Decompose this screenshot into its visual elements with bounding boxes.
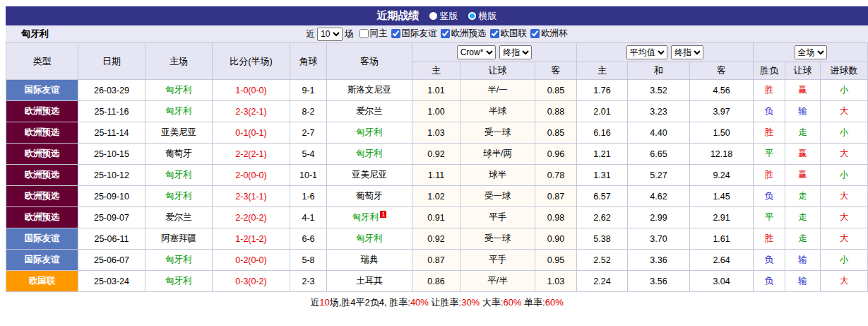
average-odds-select[interactable]: 平均值 [626, 45, 667, 59]
result-goals: 大 [821, 271, 868, 292]
corner-score: 6-6 [290, 228, 327, 250]
result-wdl: 胜 [754, 122, 785, 144]
match-date: 25-10-12 [78, 165, 145, 186]
handicap-home-odds: 0.92 [412, 144, 460, 165]
average-stage-select[interactable]: 终指 [671, 45, 703, 59]
filter-checkbox-nations-league[interactable]: 欧国联 [490, 28, 528, 40]
filter-checkbox-euro-cup[interactable]: 欧洲杯 [530, 28, 568, 40]
handicap-away-odds: 0.95 [535, 250, 577, 271]
filter-checkbox-intl-friendly[interactable]: 国际友谊 [391, 28, 437, 40]
average-odds-header: 平均值 终指 [577, 43, 754, 62]
handicap-odds-header: Crow* 终指 [412, 43, 577, 62]
avg-away-odds: 4.56 [690, 80, 754, 101]
avg-home-odds: 6.16 [577, 122, 628, 144]
filter-checkbox-euro-qualifier[interactable]: 欧洲预选 [441, 28, 487, 40]
subcol-handicap-home: 主 [412, 62, 460, 80]
nations-league-checkbox-input[interactable] [490, 29, 499, 38]
match-row: 欧国联25-03-24匈牙利0-3(0-2)2-3土耳其0.86平/半1.032… [6, 271, 868, 292]
recent-results-panel: 近期战绩 竖版 横版 匈牙利 近 10 场 同主国际友谊欧洲预选欧国联欧洲杯 [6, 6, 868, 309]
result-handicap: 输 [785, 250, 821, 271]
summary-text: 场,胜4平2负4, 胜率: [330, 297, 410, 308]
avg-draw-odds: 3.52 [628, 80, 690, 101]
away-team: 土耳其 [327, 271, 412, 292]
result-handicap: 赢 [785, 144, 821, 165]
red-card-badge: 1 [380, 211, 386, 218]
avg-draw-odds: 2.99 [628, 207, 690, 228]
result-wdl: 负 [754, 271, 785, 292]
result-handicap: 走 [785, 228, 821, 250]
avg-home-odds: 1.31 [577, 165, 628, 186]
radio-unselected-icon [429, 12, 437, 20]
filter-controls: 近 10 场 同主国际友谊欧洲预选欧国联欧洲杯 [307, 28, 568, 41]
handicap-line: 受一球 [460, 122, 535, 144]
games-label: 场 [345, 28, 354, 40]
avg-away-odds: 1.45 [690, 186, 754, 207]
filter-checkbox-same-home[interactable]: 同主 [359, 28, 388, 40]
intl-friendly-checkbox-input[interactable] [391, 29, 400, 38]
handicap-win-rate: 30% [461, 297, 480, 308]
handicap-home-odds: 0.87 [412, 250, 460, 271]
match-count-select[interactable]: 10 [317, 28, 343, 41]
match-score: 1-0(0-0) [213, 80, 290, 101]
match-date: 26-03-29 [78, 80, 145, 101]
avg-away-odds: 2.64 [690, 250, 754, 271]
match-type-badge: 欧洲预选 [6, 122, 78, 144]
summary-count: 10 [319, 297, 329, 308]
over-rate: 60% [503, 297, 521, 308]
match-score: 0-3(0-2) [213, 271, 290, 292]
handicap-line: 球半 [460, 165, 535, 186]
handicap-away-odds: 0.90 [535, 228, 577, 250]
avg-away-odds: 12.18 [690, 144, 754, 165]
match-row: 国际友谊25-06-07匈牙利0-2(0-0)5-8瑞典0.87平手0.952.… [6, 250, 868, 271]
match-date: 25-11-16 [78, 101, 145, 122]
handicap-home-odds: 0.86 [412, 271, 460, 292]
match-score: 2-3(2-1) [213, 101, 290, 122]
result-goals: 大 [821, 228, 868, 250]
same-home-checkbox-input[interactable] [359, 29, 369, 38]
euro-qualifier-checkbox-input[interactable] [441, 29, 450, 38]
match-type-badge: 欧洲预选 [6, 207, 78, 228]
col-header-handicap-result: 让球 [785, 62, 821, 80]
match-date: 25-03-24 [78, 271, 145, 292]
euro-cup-checkbox-input[interactable] [530, 29, 540, 38]
corner-score: 2-3 [290, 271, 327, 292]
near-label: 近 [307, 28, 316, 40]
handicap-home-odds: 1.11 [412, 165, 460, 186]
scope-select[interactable]: 全场 [795, 45, 827, 59]
result-handicap: 输 [785, 271, 821, 292]
handicap-stage-select[interactable]: 终指 [499, 45, 532, 59]
home-team: 匈牙利 [145, 80, 213, 101]
layout-radio-horizontal[interactable]: 横版 [468, 10, 497, 23]
avg-home-odds: 5.38 [577, 228, 628, 250]
result-wdl: 平 [754, 144, 785, 165]
result-handicap: 输 [785, 101, 821, 122]
match-row: 欧洲预选25-09-10匈牙利2-3(1-1)1-6葡萄牙1.02受一球0.87… [6, 186, 868, 207]
avg-away-odds: 3.04 [690, 271, 754, 292]
handicap-home-odds: 0.92 [412, 228, 460, 250]
match-type-badge: 国际友谊 [6, 80, 78, 101]
subcol-odds-draw: 和 [628, 62, 690, 80]
avg-home-odds: 6.57 [577, 186, 628, 207]
match-row: 欧洲预选25-09-07爱尔兰2-2(0-2)4-1匈牙利10.91平手0.98… [6, 207, 868, 228]
handicap-home-odds: 0.91 [412, 207, 460, 228]
summary-text: 让胜率: [429, 297, 461, 308]
match-score: 2-2(2-1) [213, 144, 290, 165]
handicap-home-odds: 1.03 [412, 122, 460, 144]
avg-draw-odds: 4.62 [628, 186, 690, 207]
avg-draw-odds: 3.23 [628, 101, 690, 122]
match-row: 欧洲预选25-11-16匈牙利2-3(2-1)8-2爱尔兰1.00半球0.882… [6, 101, 868, 122]
avg-away-odds: 3.97 [690, 101, 754, 122]
layout-radio-vertical[interactable]: 竖版 [429, 10, 458, 23]
col-header-away: 客场 [327, 43, 412, 80]
match-score: 2-0(0-0) [213, 165, 290, 186]
result-wdl: 负 [754, 186, 785, 207]
away-team: 瑞典 [327, 250, 412, 271]
odds-company-select[interactable]: Crow* [457, 45, 496, 59]
col-header-result: 胜负 [754, 62, 785, 80]
match-type-badge: 国际友谊 [6, 228, 78, 250]
avg-home-odds: 2.52 [577, 250, 628, 271]
handicap-away-odds: 0.87 [535, 186, 577, 207]
handicap-line: 半球 [460, 101, 535, 122]
home-team: 葡萄牙 [145, 144, 213, 165]
corner-score: 2-7 [290, 122, 327, 144]
